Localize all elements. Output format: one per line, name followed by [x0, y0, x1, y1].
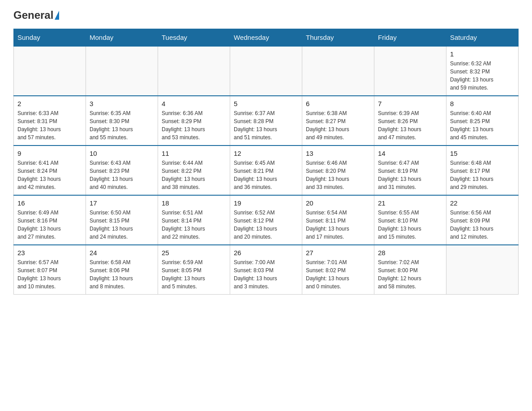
day-number: 21 [378, 199, 442, 207]
calendar-cell: 10Sunrise: 6:43 AMSunset: 8:23 PMDayligh… [86, 146, 158, 195]
calendar-cell [230, 46, 302, 96]
day-number: 26 [234, 249, 298, 257]
day-number: 9 [17, 150, 82, 157]
calendar-cell: 9Sunrise: 6:41 AMSunset: 8:24 PMDaylight… [14, 146, 86, 195]
calendar-cell: 1Sunrise: 6:32 AMSunset: 8:32 PMDaylight… [446, 46, 519, 96]
day-number: 8 [450, 100, 515, 107]
day-number: 13 [306, 150, 370, 157]
day-info: Sunrise: 6:39 AMSunset: 8:26 PMDaylight:… [378, 109, 442, 141]
calendar-table: SundayMondayTuesdayWednesdayThursdayFrid… [13, 29, 519, 295]
calendar-cell [14, 46, 86, 96]
calendar-cell: 17Sunrise: 6:50 AMSunset: 8:15 PMDayligh… [86, 195, 158, 245]
day-info: Sunrise: 6:50 AMSunset: 8:15 PMDaylight:… [90, 209, 154, 241]
day-info: Sunrise: 6:38 AMSunset: 8:27 PMDaylight:… [306, 109, 370, 141]
day-number: 23 [17, 249, 82, 257]
day-info: Sunrise: 7:00 AMSunset: 8:03 PMDaylight:… [234, 258, 298, 291]
calendar-cell: 18Sunrise: 6:51 AMSunset: 8:14 PMDayligh… [158, 195, 230, 245]
header-cell-monday: Monday [86, 29, 158, 47]
calendar-cell: 21Sunrise: 6:55 AMSunset: 8:10 PMDayligh… [374, 195, 446, 245]
day-info: Sunrise: 6:57 AMSunset: 8:07 PMDaylight:… [17, 258, 82, 291]
day-info: Sunrise: 6:32 AMSunset: 8:32 PMDaylight:… [450, 60, 515, 92]
day-info: Sunrise: 6:33 AMSunset: 8:31 PMDaylight:… [17, 109, 82, 141]
day-number: 10 [90, 150, 154, 157]
day-number: 12 [234, 150, 298, 157]
day-info: Sunrise: 6:49 AMSunset: 8:16 PMDaylight:… [17, 209, 82, 241]
day-number: 16 [17, 199, 82, 207]
calendar-cell: 8Sunrise: 6:40 AMSunset: 8:25 PMDaylight… [446, 96, 519, 146]
calendar-cell: 28Sunrise: 7:02 AMSunset: 8:00 PMDayligh… [374, 245, 446, 295]
header-row: SundayMondayTuesdayWednesdayThursdayFrid… [14, 29, 519, 47]
calendar-cell: 13Sunrise: 6:46 AMSunset: 8:20 PMDayligh… [302, 146, 374, 195]
logo-general: General [13, 9, 53, 21]
day-info: Sunrise: 7:01 AMSunset: 8:02 PMDaylight:… [306, 258, 370, 291]
day-number: 1 [450, 50, 515, 58]
calendar-cell: 12Sunrise: 6:45 AMSunset: 8:21 PMDayligh… [230, 146, 302, 195]
day-number: 24 [90, 249, 154, 257]
day-number: 5 [234, 100, 298, 107]
day-number: 27 [306, 249, 370, 257]
day-info: Sunrise: 6:48 AMSunset: 8:17 PMDaylight:… [450, 159, 515, 191]
day-info: Sunrise: 6:51 AMSunset: 8:14 PMDaylight:… [162, 209, 226, 241]
calendar-cell: 20Sunrise: 6:54 AMSunset: 8:11 PMDayligh… [302, 195, 374, 245]
day-number: 14 [378, 150, 442, 157]
day-info: Sunrise: 6:45 AMSunset: 8:21 PMDaylight:… [234, 159, 298, 191]
calendar-cell: 14Sunrise: 6:47 AMSunset: 8:19 PMDayligh… [374, 146, 446, 195]
day-info: Sunrise: 6:46 AMSunset: 8:20 PMDaylight:… [306, 159, 370, 191]
calendar-cell: 19Sunrise: 6:52 AMSunset: 8:12 PMDayligh… [230, 195, 302, 245]
calendar-cell: 2Sunrise: 6:33 AMSunset: 8:31 PMDaylight… [14, 96, 86, 146]
day-info: Sunrise: 6:35 AMSunset: 8:30 PMDaylight:… [90, 109, 154, 141]
calendar-cell: 3Sunrise: 6:35 AMSunset: 8:30 PMDaylight… [86, 96, 158, 146]
day-info: Sunrise: 6:43 AMSunset: 8:23 PMDaylight:… [90, 159, 154, 191]
day-info: Sunrise: 6:44 AMSunset: 8:22 PMDaylight:… [162, 159, 226, 191]
header-cell-saturday: Saturday [446, 29, 519, 47]
calendar-cell [374, 46, 446, 96]
calendar-cell: 23Sunrise: 6:57 AMSunset: 8:07 PMDayligh… [14, 245, 86, 295]
day-info: Sunrise: 6:52 AMSunset: 8:12 PMDaylight:… [234, 209, 298, 241]
calendar-week-2: 2Sunrise: 6:33 AMSunset: 8:31 PMDaylight… [14, 96, 519, 146]
calendar-week-4: 16Sunrise: 6:49 AMSunset: 8:16 PMDayligh… [14, 195, 519, 245]
calendar-week-5: 23Sunrise: 6:57 AMSunset: 8:07 PMDayligh… [14, 245, 519, 295]
calendar-cell: 15Sunrise: 6:48 AMSunset: 8:17 PMDayligh… [446, 146, 519, 195]
day-info: Sunrise: 7:02 AMSunset: 8:00 PMDaylight:… [378, 258, 442, 291]
day-info: Sunrise: 6:41 AMSunset: 8:24 PMDaylight:… [17, 159, 82, 191]
day-info: Sunrise: 6:58 AMSunset: 8:06 PMDaylight:… [90, 258, 154, 291]
calendar-cell: 24Sunrise: 6:58 AMSunset: 8:06 PMDayligh… [86, 245, 158, 295]
day-info: Sunrise: 6:40 AMSunset: 8:25 PMDaylight:… [450, 109, 515, 141]
page-header: GeneralBlue [13, 9, 519, 21]
header-cell-thursday: Thursday [302, 29, 374, 47]
calendar-cell [158, 46, 230, 96]
day-info: Sunrise: 6:47 AMSunset: 8:19 PMDaylight:… [378, 159, 442, 191]
calendar-cell: 7Sunrise: 6:39 AMSunset: 8:26 PMDaylight… [374, 96, 446, 146]
day-info: Sunrise: 6:36 AMSunset: 8:29 PMDaylight:… [162, 109, 226, 141]
day-number: 22 [450, 199, 515, 207]
calendar-cell: 4Sunrise: 6:36 AMSunset: 8:29 PMDaylight… [158, 96, 230, 146]
calendar-cell: 22Sunrise: 6:56 AMSunset: 8:09 PMDayligh… [446, 195, 519, 245]
header-cell-wednesday: Wednesday [230, 29, 302, 47]
calendar-cell: 11Sunrise: 6:44 AMSunset: 8:22 PMDayligh… [158, 146, 230, 195]
day-number: 3 [90, 100, 154, 107]
header-cell-sunday: Sunday [14, 29, 86, 47]
header-cell-tuesday: Tuesday [158, 29, 230, 47]
day-number: 25 [162, 249, 226, 257]
calendar-cell: 27Sunrise: 7:01 AMSunset: 8:02 PMDayligh… [302, 245, 374, 295]
day-number: 2 [17, 100, 82, 107]
day-number: 15 [450, 150, 515, 157]
calendar-cell: 5Sunrise: 6:37 AMSunset: 8:28 PMDaylight… [230, 96, 302, 146]
calendar-header: SundayMondayTuesdayWednesdayThursdayFrid… [14, 29, 519, 47]
calendar-cell: 25Sunrise: 6:59 AMSunset: 8:05 PMDayligh… [158, 245, 230, 295]
day-number: 20 [306, 199, 370, 207]
day-number: 28 [378, 249, 442, 257]
calendar-cell [86, 46, 158, 96]
day-info: Sunrise: 6:56 AMSunset: 8:09 PMDaylight:… [450, 209, 515, 241]
day-number: 6 [306, 100, 370, 107]
day-number: 19 [234, 199, 298, 207]
logo: GeneralBlue [13, 9, 59, 21]
day-number: 11 [162, 150, 226, 157]
day-number: 18 [162, 199, 226, 207]
calendar-week-3: 9Sunrise: 6:41 AMSunset: 8:24 PMDaylight… [14, 146, 519, 195]
calendar-body: 1Sunrise: 6:32 AMSunset: 8:32 PMDaylight… [14, 46, 519, 295]
calendar-cell [446, 245, 519, 295]
calendar-cell: 6Sunrise: 6:38 AMSunset: 8:27 PMDaylight… [302, 96, 374, 146]
calendar-cell: 26Sunrise: 7:00 AMSunset: 8:03 PMDayligh… [230, 245, 302, 295]
day-number: 7 [378, 100, 442, 107]
